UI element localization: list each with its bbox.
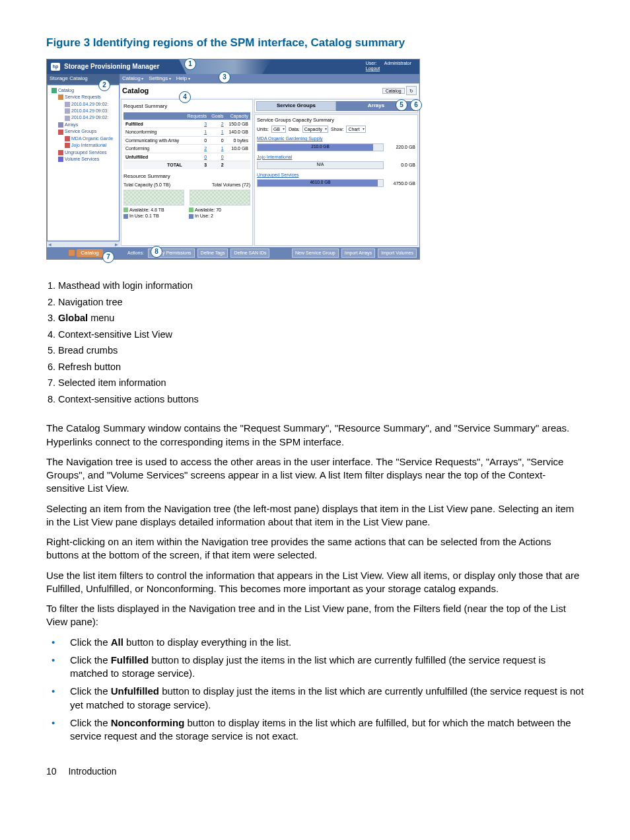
- list-item: Context-sensitive actions buttons: [58, 393, 584, 406]
- list-item: Global menu: [58, 312, 584, 325]
- list-item: Navigation tree: [58, 296, 584, 309]
- legend-available-vol: Available: 70: [195, 207, 221, 213]
- tab-service-groups[interactable]: Service Groups: [256, 101, 336, 111]
- tree-sg-item[interactable]: MDA Organic Garde: [49, 135, 118, 141]
- folder-icon: [52, 88, 57, 93]
- legend-swatch-icon: [189, 208, 193, 212]
- array-icon: [58, 122, 63, 128]
- item-icon: [65, 116, 70, 121]
- refresh-icon: ↻: [409, 88, 413, 94]
- total-volumes: Total Volumes (72): [212, 182, 250, 188]
- tree-service-groups[interactable]: Service Groups: [49, 128, 118, 134]
- import-volumes-button[interactable]: Import Volumes: [378, 248, 417, 257]
- body-paragraph: Use the list item filters to control the…: [46, 569, 584, 596]
- table-row[interactable]: Nonconforming11140.0 GB: [123, 128, 250, 136]
- legend-swatch-icon: [123, 214, 128, 219]
- sg-bar: 210.0 GB: [257, 143, 384, 151]
- volume-icon: [58, 157, 63, 162]
- callout-2: 2: [98, 79, 110, 91]
- group-icon: [65, 136, 70, 141]
- tree-service-requests[interactable]: Service Requests: [49, 94, 118, 100]
- sg-bar: 4610.0 GB: [257, 179, 384, 187]
- body-paragraph: The Catalog Summary window contains the …: [46, 422, 584, 449]
- table-row-total: TOTAL32: [123, 161, 250, 169]
- section-name: Introduction: [68, 766, 116, 777]
- breadcrumb[interactable]: Catalog: [382, 88, 405, 94]
- table-row[interactable]: Fulfilled32150.0 GB: [123, 120, 250, 128]
- capacity-chart: [123, 190, 184, 206]
- data-label: Data:: [289, 126, 300, 132]
- sg-bar-row: N/A0.0 GB: [257, 161, 415, 169]
- list-item: Click the Nonconforming button to displa…: [46, 716, 584, 744]
- masthead: hp Storage Provisioning Manager User:Adm…: [47, 59, 419, 74]
- volumes-chart: [190, 190, 250, 206]
- item-icon: [65, 108, 70, 114]
- tree-ungrouped[interactable]: Ungrouped Services: [49, 149, 118, 155]
- list-item: Click the All button to display everythi…: [46, 636, 584, 649]
- list-item: Selected item information: [58, 377, 584, 390]
- callout-list: Masthead with login information Navigati…: [58, 280, 584, 406]
- tree-request-item[interactable]: 2010.04.29 09:03:: [49, 108, 118, 114]
- define-san-ids-button[interactable]: Define SAN IDs: [230, 248, 269, 257]
- selected-item-icon: [69, 250, 75, 256]
- tree-request-item[interactable]: 2010.04.29 09:02:: [49, 114, 118, 120]
- sg-name[interactable]: MDA Organic Gardening Supply: [257, 135, 415, 141]
- sg-cap: 4750.0 GB: [386, 180, 415, 186]
- sg-cap: 220.0 GB: [386, 144, 415, 150]
- new-service-group-button[interactable]: New Service Group: [292, 248, 339, 257]
- page-footer: 10 Introduction: [46, 765, 584, 778]
- total-capacity: Total Capacity (5.0 TB): [123, 182, 170, 188]
- nav-tree[interactable]: Catalog Service Requests 2010.04.29 09:0…: [48, 85, 119, 241]
- sg-name[interactable]: Jojo International: [257, 154, 415, 160]
- list-view: Request Summary RequestsGoalsCapacity Fu…: [120, 98, 419, 247]
- catalog-heading: Catalog: [122, 86, 149, 96]
- callout-4: 4: [179, 91, 191, 103]
- show-select[interactable]: Chart: [346, 126, 365, 133]
- refresh-button[interactable]: ↻: [406, 86, 417, 95]
- body-paragraph: Selecting an item from the Navigation tr…: [46, 502, 584, 529]
- tree-arrays[interactable]: Arrays: [49, 122, 118, 128]
- menu-settings[interactable]: Settings: [149, 75, 171, 83]
- legend-inuse-cap: In Use: 0.1 TB: [129, 213, 159, 219]
- tree-scrollbar[interactable]: ◀▶: [47, 241, 120, 247]
- menu-catalog[interactable]: Catalog: [122, 75, 143, 83]
- units-select[interactable]: GB: [271, 126, 286, 133]
- item-icon: [65, 102, 70, 107]
- menu-help[interactable]: Help: [176, 75, 190, 83]
- list-item: Context-sensitive List View: [58, 328, 584, 342]
- callout-7: 7: [102, 251, 114, 263]
- callout-1: 1: [184, 58, 196, 70]
- table-row[interactable]: Communicating with Array000 bytes: [123, 136, 250, 144]
- sg-name[interactable]: Ungrouped Services: [257, 172, 415, 178]
- data-select[interactable]: Capacity: [302, 126, 328, 133]
- filter-bullets: Click the All button to display everythi…: [46, 636, 584, 744]
- list-item: Click the Fulfilled button to display ju…: [46, 654, 584, 681]
- group-icon: [58, 130, 63, 135]
- define-tags-button[interactable]: Define Tags: [197, 248, 228, 257]
- legend-inuse-vol: In Use: 2: [195, 213, 213, 219]
- user-label: User:: [366, 61, 384, 66]
- sg-cap: 0.0 GB: [386, 162, 415, 168]
- body-paragraph: The Navigation tree is used to access th…: [46, 455, 584, 496]
- legend-available-cap: Available: 4.8 TB: [129, 207, 164, 213]
- actions-label: Actions:: [127, 250, 144, 256]
- sg-bar-row: 4610.0 GB4750.0 GB: [257, 179, 415, 187]
- body-paragraph: To filter the lists displayed in the Nav…: [46, 602, 584, 629]
- units-label: Units:: [257, 126, 269, 132]
- list-item: Click the Unfulfilled button to display …: [46, 685, 584, 712]
- body-paragraph: Right-clicking on an item within the Nav…: [46, 535, 584, 562]
- table-row[interactable]: Conforming2110.0 GB: [123, 145, 250, 153]
- callout-8: 8: [151, 246, 162, 258]
- tree-volume-services[interactable]: Volume Services: [49, 156, 118, 162]
- tree-request-item[interactable]: 2010.04.29 09:02:: [49, 101, 118, 107]
- logout-link[interactable]: Logout: [366, 66, 411, 71]
- page-number: 10: [46, 765, 57, 778]
- callout-3: 3: [219, 71, 230, 83]
- list-item: Masthead with login information: [58, 280, 584, 293]
- table-row[interactable]: Unfulfilled00: [123, 153, 250, 161]
- sg-capacity-title: Service Groups Capacity Summary: [257, 117, 415, 124]
- sg-bar: N/A: [257, 161, 384, 169]
- tree-sg-item[interactable]: Jojo International: [49, 142, 118, 148]
- list-item: Refresh button: [58, 361, 584, 374]
- import-arrays-button[interactable]: Import Arrays: [341, 248, 376, 257]
